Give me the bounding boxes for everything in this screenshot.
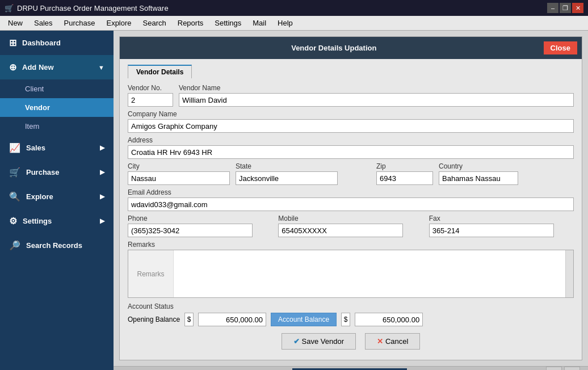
sidebar-purchase-label: Purchase: [26, 168, 60, 176]
save-checkmark-icon: ✔: [293, 337, 300, 346]
input-country[interactable]: [439, 171, 518, 185]
sidebar-item-item[interactable]: Item: [0, 117, 114, 136]
explore-arrow: ▶: [100, 193, 104, 200]
label-vendor-no: Vendor No.: [128, 84, 173, 92]
input-phone[interactable]: [128, 224, 253, 237]
cancel-x-icon: ✕: [377, 337, 383, 346]
cancel-button[interactable]: ✕ Cancel: [365, 333, 420, 350]
menu-search[interactable]: Search: [137, 17, 172, 29]
input-company-name[interactable]: [128, 119, 574, 133]
window-close-button[interactable]: ✕: [572, 3, 583, 13]
scrollbar[interactable]: [565, 250, 573, 297]
input-zip[interactable]: [376, 171, 433, 185]
label-address: Address: [128, 136, 574, 144]
row-phone-mobile-fax: Phone Mobile Fax: [128, 215, 574, 237]
field-address: Address: [128, 136, 574, 159]
row-email: Email Address: [128, 188, 574, 211]
field-phone: Phone: [128, 215, 272, 237]
input-mobile[interactable]: [278, 224, 403, 237]
footer-bar: PurchaseOrderSoftware.biz 🖨 ?: [114, 366, 588, 370]
label-email: Email Address: [128, 188, 574, 196]
tab-vendor-details[interactable]: Vendor Details: [128, 65, 192, 78]
account-balance-input[interactable]: [355, 313, 423, 326]
help-button[interactable]: ?: [564, 367, 580, 370]
settings-icon: ⚙: [9, 216, 17, 226]
field-email: Email Address: [128, 188, 574, 211]
menu-settings[interactable]: Settings: [209, 17, 247, 29]
row-vendor-id: Vendor No. Vendor Name: [128, 84, 574, 107]
sidebar-item-add-new[interactable]: ⊕ Add New ▼: [0, 55, 114, 79]
item-label: Item: [25, 122, 39, 131]
sidebar-explore-label: Explore: [26, 192, 53, 201]
row-address: Address: [128, 136, 574, 159]
sales-icon: 📈: [9, 142, 20, 153]
label-city: City: [128, 162, 230, 170]
minimize-button[interactable]: –: [547, 3, 558, 13]
form-actions: ✔ Save Vendor ✕ Cancel: [128, 333, 574, 354]
sidebar-dashboard-label: Dashboard: [22, 39, 61, 47]
app-icon: 🛒: [5, 4, 14, 12]
menu-mail[interactable]: Mail: [247, 17, 272, 29]
label-remarks-section: Remarks: [128, 241, 574, 249]
search-records-icon: 🔎: [9, 240, 20, 251]
main-layout: ⊞ Dashboard ⊕ Add New ▼ Client Vendor It…: [0, 31, 588, 370]
menu-bar: New Sales Purchase Explore Search Report…: [0, 16, 588, 31]
menu-help[interactable]: Help: [272, 17, 299, 29]
label-zip: Zip: [376, 162, 433, 170]
tab-strip: Vendor Details: [128, 65, 574, 78]
field-vendor-no: Vendor No.: [128, 84, 173, 107]
dashboard-icon: ⊞: [9, 37, 16, 48]
close-button[interactable]: Close: [544, 41, 577, 54]
purchase-arrow: ▶: [100, 169, 104, 176]
input-vendor-name[interactable]: [179, 93, 574, 107]
account-status-label: Account Status: [128, 302, 574, 310]
sidebar-item-vendor[interactable]: Vendor: [0, 98, 114, 117]
vendor-label: Vendor: [25, 103, 50, 112]
title-bar-left: 🛒 DRPU Purchase Order Management Softwar…: [5, 4, 169, 12]
explore-icon: 🔍: [9, 191, 20, 202]
field-zip: Zip: [376, 162, 433, 185]
field-fax: Fax: [429, 215, 574, 237]
add-new-arrow: ▼: [98, 64, 104, 71]
menu-sales[interactable]: Sales: [28, 17, 58, 29]
sidebar-item-purchase[interactable]: 🛒 Purchase ▶: [0, 160, 114, 184]
account-balance-button[interactable]: Account Balance: [271, 313, 337, 326]
sidebar-search-records-label: Search Records: [26, 241, 82, 250]
sidebar-item-client[interactable]: Client: [0, 79, 114, 98]
label-state: State: [236, 162, 371, 170]
input-address[interactable]: [128, 145, 574, 159]
sidebar-item-explore[interactable]: 🔍 Explore ▶: [0, 184, 114, 209]
remarks-side-label: Remarks: [128, 250, 174, 297]
form-body: Vendor Details Vendor No. Vendor Name: [120, 59, 582, 360]
input-fax[interactable]: [429, 224, 554, 237]
save-vendor-button[interactable]: ✔ Save Vendor: [282, 333, 356, 350]
input-city[interactable]: [128, 171, 230, 185]
menu-new[interactable]: New: [2, 17, 28, 29]
label-company-name: Company Name: [128, 110, 574, 118]
balance-currency-symbol: $: [341, 313, 350, 326]
label-mobile: Mobile: [278, 215, 423, 222]
account-status-section: Account Status Opening Balance $ Account…: [128, 302, 574, 326]
title-bar: 🛒 DRPU Purchase Order Management Softwar…: [0, 0, 588, 16]
account-row: Opening Balance $ Account Balance $: [128, 313, 574, 326]
opening-balance-input[interactable]: [198, 313, 266, 326]
footer-right: 🖨 ?: [407, 367, 582, 370]
print-button[interactable]: 🖨: [546, 367, 562, 370]
input-email[interactable]: [128, 197, 574, 211]
menu-explore[interactable]: Explore: [100, 17, 137, 29]
restore-button[interactable]: ❐: [560, 3, 571, 13]
sidebar-item-sales[interactable]: 📈 Sales ▶: [0, 136, 114, 160]
sidebar-item-dashboard[interactable]: ⊞ Dashboard: [0, 31, 114, 55]
cancel-label: Cancel: [385, 337, 408, 346]
form-panel: Vendor Details Updation Close Vendor Det…: [119, 36, 582, 360]
field-city: City: [128, 162, 230, 185]
remarks-wrapper: Remarks: [128, 250, 574, 298]
remarks-textarea[interactable]: [174, 250, 573, 296]
menu-purchase[interactable]: Purchase: [58, 17, 101, 29]
sidebar-item-search-records[interactable]: 🔎 Search Records: [0, 233, 114, 258]
menu-reports[interactable]: Reports: [172, 17, 209, 29]
sidebar-item-settings[interactable]: ⚙ Settings ▶: [0, 209, 114, 233]
input-vendor-no[interactable]: [128, 93, 173, 107]
input-state[interactable]: [236, 171, 338, 185]
footer-brand: PurchaseOrderSoftware.biz: [292, 368, 408, 371]
